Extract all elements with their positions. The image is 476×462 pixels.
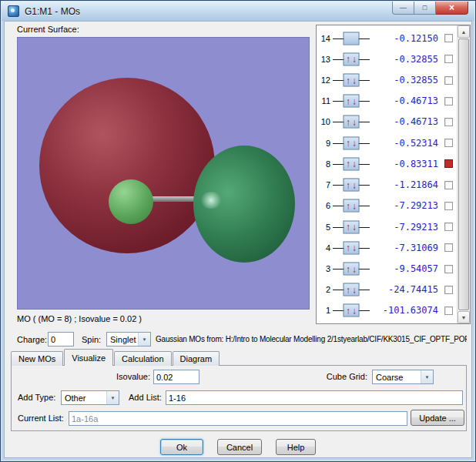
cancel-button[interactable]: Cancel — [217, 439, 262, 455]
window-icon[interactable] — [8, 5, 19, 17]
isovalue-input[interactable] — [153, 370, 199, 384]
spin-down-icon: ↓ — [351, 243, 357, 253]
mo-checkbox[interactable] — [444, 159, 453, 168]
mo-number: 12 — [317, 75, 333, 85]
tab-new-mos[interactable]: New MOs — [11, 351, 63, 366]
orbital-occupancy-icon[interactable]: ↑↓ — [344, 52, 360, 65]
add-type-label: Add Type: — [18, 393, 55, 402]
mo-energy: -7.29213 — [370, 222, 444, 233]
mo-row: 6 ↑↓ -7.29213 — [317, 196, 457, 216]
orbital-occupancy-icon[interactable]: ↑↓ — [344, 304, 360, 317]
mo-level: ↑↓ — [333, 303, 370, 318]
chevron-down-icon: ▼ — [421, 370, 433, 383]
add-list-label: Add List: — [129, 393, 162, 402]
gaussian-source-text: Gaussian MOs from: H:/Intro to Molecular… — [156, 335, 467, 343]
orbital-occupancy-icon[interactable]: ↑↓ — [344, 116, 360, 129]
chevron-down-icon: ▼ — [106, 391, 119, 404]
cube-grid-value: Coarse — [373, 373, 421, 382]
scroll-up-button[interactable]: ▲ — [458, 25, 470, 38]
spin-select[interactable]: Singlet ▼ — [106, 332, 151, 346]
mo-row: 14 ↑↓ -0.12150 — [317, 28, 457, 49]
visualize-tab-panel: Isovalue: Cube Grid: Coarse ▼ Add Type: … — [11, 365, 467, 431]
spin-down-icon: ↓ — [351, 96, 357, 105]
scroll-up-icon: ▲ — [461, 29, 467, 35]
orbital-occupancy-icon[interactable]: ↑↓ — [344, 136, 360, 149]
orbital-occupancy-icon[interactable]: ↑↓ — [344, 283, 360, 296]
maximize-button[interactable]: □ — [414, 2, 436, 15]
orbital-occupancy-icon[interactable]: ↑↓ — [344, 220, 360, 233]
spin-up-icon: ↑ — [345, 55, 351, 64]
current-list-input[interactable] — [69, 411, 407, 426]
mo-checkbox[interactable] — [444, 223, 453, 231]
minimize-icon: — — [400, 4, 407, 12]
mo-checkbox[interactable] — [444, 306, 453, 315]
mo-checkbox[interactable] — [444, 265, 453, 273]
add-type-select[interactable]: Other ▼ — [61, 390, 119, 405]
current-list-label: Current List: — [18, 413, 64, 423]
mo-row: 3 ↑↓ -9.54057 — [317, 258, 457, 279]
charge-input[interactable] — [48, 332, 74, 346]
mo-row: 8 ↑↓ -0.83311 — [317, 153, 457, 174]
mo-row: 9 ↑↓ -0.52314 — [317, 132, 457, 153]
orbital-occupancy-icon[interactable]: ↑↓ — [344, 179, 360, 192]
mo-checkbox[interactable] — [444, 139, 453, 147]
tab-visualize[interactable]: Visualize — [64, 349, 113, 366]
mo-checkbox[interactable] — [444, 286, 453, 294]
mo-level: ↑↓ — [333, 282, 370, 297]
orbital-occupancy-icon[interactable]: ↑↓ — [344, 157, 360, 170]
orbital-occupancy-icon[interactable]: ↑↓ — [344, 95, 360, 108]
titlebar[interactable]: G1:M1 - MOs — □ × — [2, 2, 474, 21]
orbital-occupancy-icon[interactable]: ↑↓ — [344, 263, 360, 276]
mo-level: ↑↓ — [333, 219, 370, 235]
mo-checkbox[interactable] — [444, 118, 453, 126]
spin-up-icon: ↑ — [345, 306, 351, 315]
mos-dialog-window: G1:M1 - MOs — □ × Current Surface: MO ( … — [0, 0, 476, 462]
ok-button[interactable]: Ok — [160, 439, 203, 455]
mo-level: ↑↓ — [333, 240, 370, 256]
mo-checkbox[interactable] — [444, 34, 453, 42]
tab-diagram[interactable]: Diagram — [173, 351, 220, 366]
orbital-occupancy-icon[interactable]: ↑↓ — [344, 74, 360, 87]
mo-energy: -0.32855 — [370, 54, 444, 65]
scroll-down-button[interactable]: ▼ — [458, 311, 470, 323]
cube-grid-select[interactable]: Coarse ▼ — [372, 370, 434, 384]
mo-checkbox[interactable] — [444, 181, 453, 189]
help-button[interactable]: Help — [276, 439, 316, 455]
molecule-viewport[interactable] — [17, 37, 310, 310]
mo-checkbox[interactable] — [444, 202, 453, 210]
window-title: G1:M1 - MOs — [25, 6, 80, 17]
close-button[interactable]: × — [436, 2, 468, 15]
spin-up-icon: ↑ — [345, 201, 351, 210]
tab-calculation[interactable]: Calculation — [114, 351, 171, 366]
spin-up-icon: ↑ — [345, 285, 351, 294]
mo-checkbox[interactable] — [444, 76, 453, 85]
mo-energy: -1.21864 — [370, 179, 444, 190]
current-surface-label: Current Surface: — [17, 25, 79, 34]
mo-energy: -7.31069 — [370, 243, 444, 253]
mo-energy: -24.74415 — [370, 284, 444, 295]
mo-number: 4 — [317, 243, 333, 253]
mo-list-rows: 14 ↑↓ -0.12150 13 ↑↓ -0.32855 12 ↑↓ -0.3… — [317, 26, 457, 323]
minimize-button[interactable]: — — [392, 2, 414, 15]
orbital-occupancy-icon[interactable]: ↑↓ — [344, 199, 360, 213]
mo-checkbox[interactable] — [444, 97, 453, 105]
spin-up-icon: ↑ — [345, 223, 351, 232]
spin-down-icon: ↓ — [351, 159, 357, 169]
mo-energy: -0.46713 — [370, 95, 444, 106]
dialog-body: Current Surface: MO ( (MO = 8) ; Isovalu… — [4, 21, 472, 458]
mo-checkbox[interactable] — [444, 243, 453, 252]
add-list-input[interactable] — [166, 390, 463, 405]
maximize-icon: □ — [423, 4, 427, 12]
spin-up-icon: ↑ — [345, 75, 351, 85]
scrollbar-thumb[interactable] — [458, 38, 469, 310]
spin-down-icon: ↓ — [351, 285, 357, 294]
spin-down-icon: ↓ — [351, 117, 357, 126]
mo-energy: -9.54057 — [370, 263, 444, 274]
mo-checkbox[interactable] — [444, 55, 453, 63]
mo-number: 5 — [317, 223, 333, 232]
orbital-occupancy-icon[interactable]: ↑↓ — [344, 32, 360, 45]
update-button[interactable]: Update ... — [411, 410, 464, 426]
mo-list-scrollbar[interactable]: ▲ ▼ — [457, 25, 470, 323]
orbital-occupancy-icon[interactable]: ↑↓ — [344, 241, 360, 254]
spin-up-icon: ↑ — [345, 96, 351, 105]
